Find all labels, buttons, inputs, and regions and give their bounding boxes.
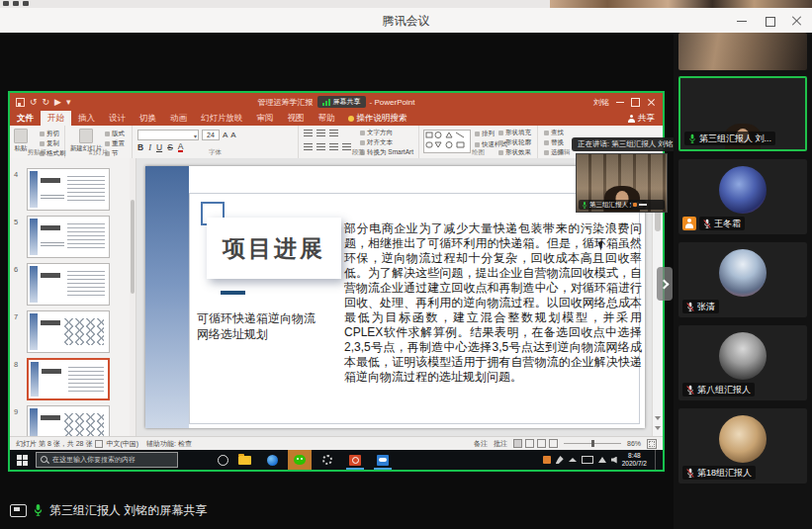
shrink-font-button[interactable]: A	[230, 131, 235, 139]
start-button[interactable]	[17, 455, 28, 466]
taskbar-clock[interactable]: 8:48 2020/7/2	[622, 452, 647, 468]
tab-insert[interactable]: 插入	[71, 111, 102, 126]
sidebar-collapse-handle[interactable]	[657, 267, 673, 301]
ribbon-group-slides: 新建幻灯片 版式 重置 节 幻灯片	[65, 126, 133, 158]
meeting-app-taskbar-icon[interactable]	[371, 450, 395, 470]
cortana-icon[interactable]	[218, 455, 228, 466]
participant-tile[interactable]: 张清	[678, 242, 807, 317]
show-desktop-button[interactable]	[655, 450, 659, 470]
replace-button[interactable]: 替换	[544, 138, 564, 146]
settings-gear-icon[interactable]	[316, 450, 339, 470]
quick-styles-icon	[475, 142, 480, 147]
maximize-button[interactable]	[763, 14, 776, 28]
tab-animations[interactable]: 动画	[163, 111, 194, 126]
indent-icon[interactable]	[329, 130, 338, 137]
ppt-maximize-icon[interactable]	[631, 98, 640, 107]
close-button[interactable]	[790, 14, 804, 28]
slide-sorter-view-icon[interactable]	[525, 439, 534, 448]
zoom-level[interactable]: 86%	[627, 440, 641, 447]
language-status[interactable]: 中文(中国)	[106, 439, 138, 449]
ppt-minimize-icon[interactable]	[616, 102, 624, 103]
slide-thumbnail-4[interactable]	[27, 168, 110, 211]
shape-fill-button[interactable]: 形状填充	[498, 129, 531, 136]
cut-button[interactable]: 剪切	[40, 130, 66, 137]
file-explorer-icon[interactable]	[232, 450, 256, 470]
network-icon[interactable]	[598, 457, 606, 463]
comments-toggle[interactable]: 批注	[494, 439, 507, 449]
minimize-button[interactable]	[735, 14, 749, 28]
find-button[interactable]: 查找	[544, 129, 564, 136]
notes-toggle[interactable]: 备注	[474, 439, 488, 449]
undo-icon[interactable]: ↺	[30, 93, 38, 111]
save-icon[interactable]	[16, 98, 25, 107]
speaker-icon[interactable]	[611, 457, 617, 464]
text-direction-button[interactable]: 文字方向	[360, 129, 413, 136]
tab-help[interactable]: 帮助	[312, 111, 342, 126]
ppt-user-name[interactable]: 刘铭	[593, 97, 609, 108]
tray-expand-icon[interactable]	[569, 458, 577, 462]
partial-participant-tile[interactable]	[678, 33, 807, 70]
slideshow-view-icon[interactable]	[549, 439, 558, 448]
tray-wechat-icon[interactable]	[543, 456, 551, 464]
edge-browser-icon[interactable]	[260, 450, 284, 470]
slide-thumbnail-7[interactable]	[27, 310, 110, 353]
current-slide[interactable]: 项目进展 可循环快递箱逆向物流网络选址规划 部分电商企业为了减少大量快递包装带来…	[145, 166, 645, 428]
wechat-icon-active[interactable]	[288, 450, 312, 470]
tab-review[interactable]: 审阅	[250, 111, 281, 126]
zoom-slider[interactable]	[564, 443, 621, 444]
reset-button[interactable]: 重置	[105, 139, 125, 147]
floating-speaker-video[interactable]: 第三组汇报人 刘铭	[576, 153, 668, 213]
tab-slideshow[interactable]: 幻灯片放映	[194, 111, 250, 126]
zoom-slider-knob[interactable]	[591, 440, 594, 447]
tab-transitions[interactable]: 切换	[133, 111, 163, 126]
tab-home[interactable]: 开始	[41, 111, 71, 126]
slide-thumbnail-6[interactable]	[27, 263, 110, 306]
participant-tile[interactable]: 第18组汇报人	[678, 408, 807, 484]
thumbnail-panel-scrollbar[interactable]	[130, 158, 135, 436]
align-text-button[interactable]: 对齐文本	[360, 138, 413, 146]
font-name-combobox[interactable]: ▾	[137, 130, 199, 140]
shape-outline-button[interactable]: 形状轮廓	[498, 138, 531, 146]
bullets-icon[interactable]	[304, 130, 313, 137]
powerpoint-taskbar-icon[interactable]	[343, 450, 367, 470]
arrange-icon	[475, 132, 480, 136]
slide-left-gradient-band	[145, 166, 189, 428]
layout-button[interactable]: 版式	[105, 130, 125, 137]
taskbar-search-box[interactable]: 在这里输入你要搜索的内容	[36, 452, 178, 468]
numbering-icon[interactable]	[316, 130, 325, 137]
slide-thumbnail-8-selected[interactable]	[27, 358, 110, 400]
ribbon-group-drawing: 排列 快速样式 形状填充 形状轮廓 形状效果 绘图	[419, 126, 538, 158]
font-size-combobox[interactable]: 24	[202, 130, 220, 140]
grow-font-button[interactable]: A	[223, 131, 227, 139]
normal-view-icon[interactable]	[513, 439, 522, 448]
participant-name: 第18组汇报人	[697, 467, 752, 480]
text-direction-label: 文字方向	[367, 129, 393, 136]
previous-slide-icon[interactable]	[655, 416, 661, 420]
participant-tile-speaker[interactable]: 第三组汇报人 刘...	[678, 76, 807, 151]
participant-tile[interactable]: 王冬霜	[678, 159, 807, 234]
slide-number: 7	[14, 310, 27, 321]
tab-file[interactable]: 文件	[10, 111, 41, 126]
tell-me-search[interactable]: 操作说明搜索	[342, 111, 413, 126]
tab-view[interactable]: 视图	[281, 111, 312, 126]
slide-thumbnail-9[interactable]	[27, 405, 110, 436]
comments-status-icon[interactable]	[95, 440, 103, 448]
tray-pen-icon[interactable]	[556, 456, 564, 464]
clock-date: 2020/7/2	[622, 460, 647, 468]
ppt-close-icon[interactable]	[647, 98, 656, 107]
reading-view-icon[interactable]	[537, 439, 546, 448]
tab-design[interactable]: 设计	[102, 111, 133, 126]
qat-dropdown-icon[interactable]: ▾	[66, 93, 71, 111]
slide-thumbnail-5[interactable]	[27, 216, 110, 258]
slideshow-icon[interactable]: ▶	[54, 93, 61, 111]
layout-icon	[105, 132, 110, 136]
battery-icon[interactable]	[582, 456, 593, 464]
next-slide-icon[interactable]	[655, 426, 661, 430]
participant-tile[interactable]: 第八组汇报人	[678, 325, 807, 400]
floating-video-badge[interactable]	[631, 200, 665, 210]
fit-slide-icon[interactable]	[647, 439, 657, 449]
ppt-share-button[interactable]: 共享	[620, 111, 663, 126]
copy-button[interactable]: 复制	[40, 139, 66, 147]
redo-icon[interactable]: ↻	[43, 93, 50, 111]
accessibility-status[interactable]: 辅助功能: 检查	[146, 439, 192, 449]
